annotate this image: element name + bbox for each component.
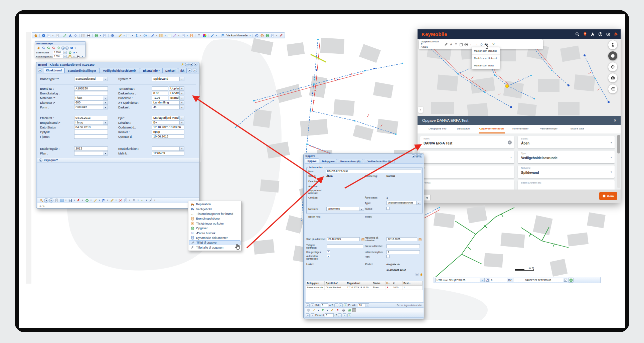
dropdown-icon[interactable]: ▾ xyxy=(63,55,67,58)
column-header[interactable]: Best... xyxy=(402,281,418,285)
gps-target-button[interactable] xyxy=(608,62,617,71)
filter-toggle-label[interactable]: Vis kun filtrerede xyxy=(226,34,248,37)
dropdown-icon[interactable]: ▾ xyxy=(73,199,75,202)
element-number-input[interactable]: 0 xyxy=(325,313,334,317)
zoom-fit-icon[interactable] xyxy=(321,308,325,312)
zoom-out-icon[interactable] xyxy=(51,46,56,50)
cell-handling-icon[interactable]: ✗ xyxy=(385,286,392,290)
placement-scale-value[interactable]: 1:500 xyxy=(53,55,63,58)
wand-icon[interactable] xyxy=(172,33,177,38)
dropdown-icon[interactable]: ▾ xyxy=(249,34,251,37)
save-icon[interactable] xyxy=(68,198,72,203)
map-tools-title[interactable]: Kortværktøjer xyxy=(35,42,85,45)
dropdown-icon[interactable]: ▾ xyxy=(179,77,184,81)
pin-button[interactable]: ✱ xyxy=(416,154,419,157)
globe-button[interactable] xyxy=(568,278,574,283)
daekselkote-source-select[interactable]: Landmå xyxy=(169,91,179,95)
diameter-select[interactable]: 600 xyxy=(74,100,103,105)
undo-icon[interactable]: ← xyxy=(469,42,474,47)
dropdown-icon[interactable]: ▾ xyxy=(179,91,184,95)
filter-flag-icon[interactable] xyxy=(220,33,225,38)
km-left-field-2[interactable]: t: ▾ xyxy=(420,151,514,163)
tab-ikke[interactable]: Ikk xyxy=(178,68,187,73)
dropdown-icon[interactable]: ▾ xyxy=(103,77,108,81)
dropdown-icon[interactable]: ▾ xyxy=(103,100,108,105)
collapse-button[interactable]: ▴ xyxy=(412,154,415,157)
system-select[interactable]: Spildevand xyxy=(152,77,179,81)
mslink-input[interactable]: 1278489 xyxy=(152,151,184,155)
close-panel-icon[interactable]: ✕ xyxy=(614,118,617,123)
calendar-icon[interactable] xyxy=(418,237,422,242)
km-navn-field[interactable]: Navn: DANVA ERFA Test ✕ xyxy=(420,136,514,149)
dropdown-icon[interactable]: ▾ xyxy=(65,199,67,202)
dropdown-icon[interactable]: ▾ xyxy=(178,34,180,37)
help-button[interactable]: ? xyxy=(185,63,189,66)
dropdown-icon[interactable]: ▾ xyxy=(73,55,75,58)
dropdown-icon[interactable]: ▾ xyxy=(510,156,512,159)
note-icon[interactable] xyxy=(189,33,194,38)
dropdown-icon[interactable]: ▾ xyxy=(179,96,184,100)
task-navn-input[interactable]: DANVA ERFA Test xyxy=(326,169,421,173)
dropdown-icon[interactable]: ▾ xyxy=(82,199,84,202)
bundkote-input[interactable]: -1.06 xyxy=(152,96,168,100)
etableringsaar-input[interactable]: 2013 xyxy=(74,146,108,151)
prev-page-button[interactable]: ‹ xyxy=(311,303,314,307)
tab-kloakbroend[interactable]: Kloakbrønd xyxy=(43,67,64,73)
tab-menu-button[interactable]: ▾ xyxy=(193,68,197,72)
globe-green-icon[interactable] xyxy=(265,33,270,38)
column-header[interactable]: Status xyxy=(372,281,385,285)
dropdown-icon[interactable]: ▾ xyxy=(74,47,76,49)
plan-select[interactable] xyxy=(74,151,103,155)
tab-kommentarer[interactable]: Kommentarer (0) xyxy=(338,159,363,163)
user-tracking-icon[interactable] xyxy=(134,33,139,38)
zoom-to-icon[interactable] xyxy=(39,198,43,203)
manhole-dialog-titlebar[interactable]: Brønd - Kloak: Standardbrønd A19S150 ? ✱… xyxy=(36,62,199,67)
goto-icon[interactable]: G xyxy=(73,51,75,54)
style-brush-icon[interactable] xyxy=(210,33,214,38)
dropdown-icon[interactable]: ▾ xyxy=(129,199,131,202)
dato-status-input[interactable]: 04.06.2013 xyxy=(74,125,108,129)
dropdown-icon[interactable]: ▾ xyxy=(81,55,84,58)
menu-item-vedligehold[interactable]: Vedligehold xyxy=(189,207,240,211)
opdateret-input[interactable]: 17.10.2025 13:03:36 xyxy=(152,125,184,129)
print-icon[interactable] xyxy=(86,33,91,38)
knudefunktion-select[interactable] xyxy=(152,146,179,151)
key-icon[interactable] xyxy=(181,62,184,67)
opfyldt-input[interactable] xyxy=(74,130,108,134)
list-icon[interactable]: ≡ xyxy=(132,198,136,203)
close-button[interactable]: ✕ xyxy=(419,154,422,157)
close-button[interactable]: ✕ xyxy=(194,63,197,66)
menu-item-aendre-historik[interactable]: ↻Ændre historik xyxy=(189,231,240,235)
rotation-input[interactable]: 0 xyxy=(490,278,507,282)
info-icon[interactable] xyxy=(41,33,46,38)
palette-icon[interactable] xyxy=(202,33,207,38)
info-button[interactable] xyxy=(608,51,617,60)
info-circle-icon[interactable] xyxy=(484,42,489,47)
brugstilstand-select[interactable]: I brug xyxy=(74,120,103,125)
new-doc-icon[interactable] xyxy=(270,33,275,38)
dropdown-icon[interactable]: ▾ xyxy=(115,199,117,202)
menu-item-dynamiske-dokumenter[interactable]: Dynamiske dokumenter xyxy=(189,236,240,240)
pointer-icon[interactable] xyxy=(68,33,72,38)
brond-id-input[interactable]: A19S150 xyxy=(74,86,108,91)
xy-oprindelse-select[interactable]: Landmåling xyxy=(152,100,179,105)
image-icon[interactable] xyxy=(347,308,351,312)
dropdown-icon[interactable]: ▾ xyxy=(107,199,109,202)
close-toolbar-icon[interactable]: ✕ xyxy=(491,42,496,47)
km-left-field-3[interactable]: r: xyxy=(420,165,514,178)
dropdown-icon[interactable]: ▾ xyxy=(145,199,148,202)
keyaqua-section-header[interactable]: ▸ Keyaqua** xyxy=(37,158,199,162)
zoom-in-icon[interactable] xyxy=(46,46,51,50)
new-record-icon[interactable] xyxy=(54,198,59,203)
initialer-input[interactable]: npep xyxy=(152,130,184,134)
dropdown-icon[interactable]: ▾ xyxy=(215,34,217,37)
expand-icon[interactable]: ▸ xyxy=(39,158,42,162)
column-header[interactable]: Oprettet af xyxy=(325,281,346,285)
menu-item-tilfoej-til-opgave[interactable]: Tilføj til opgave xyxy=(189,240,240,245)
bundkote-source-select[interactable]: Brøndra xyxy=(169,96,179,100)
tab-delopgave[interactable]: Delopgave xyxy=(457,127,470,130)
km-navn-value[interactable]: DANVA ERFA Test xyxy=(424,141,452,145)
polygon-select-icon[interactable]: ◇ xyxy=(73,33,78,38)
tools-icon[interactable] xyxy=(148,198,153,203)
menu-mark-afsluttet[interactable]: Markér som afsluttet xyxy=(472,47,500,55)
